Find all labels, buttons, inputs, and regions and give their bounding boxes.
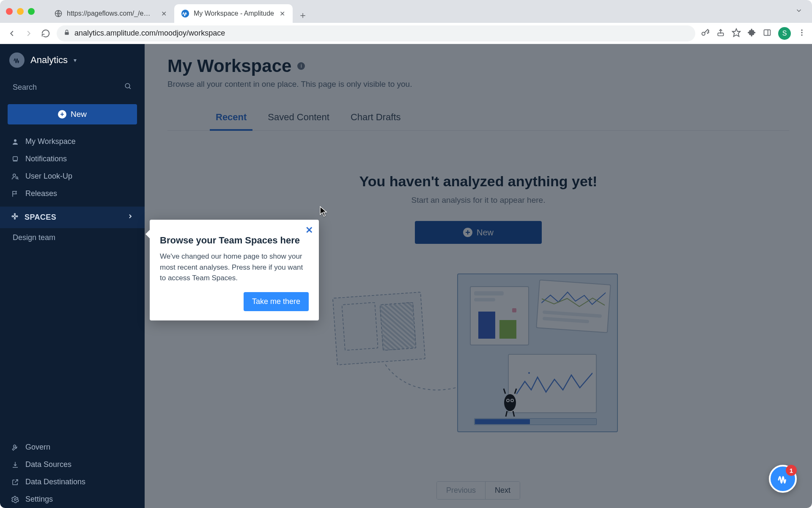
- window-minimize-button[interactable]: [17, 8, 24, 15]
- svg-point-27: [528, 372, 530, 374]
- tab-recent[interactable]: Recent: [214, 106, 248, 130]
- url-text: analytics.amplitude.com/moodjoy/workspac…: [74, 29, 225, 38]
- amplitude-favicon-icon: [181, 9, 189, 18]
- tab-overflow-button[interactable]: [792, 7, 806, 17]
- popover-body: We've changed our home page to show your…: [160, 251, 309, 284]
- spaces-icon: [11, 213, 19, 222]
- svg-rect-6: [764, 30, 771, 35]
- svg-point-28: [504, 394, 516, 411]
- sidebar-item-data-sources[interactable]: Data Sources: [0, 456, 145, 473]
- search-input[interactable]: [13, 83, 108, 92]
- sidebar-space-item[interactable]: Design team: [0, 228, 145, 247]
- popover-title: Browse your Team Spaces here: [160, 235, 309, 246]
- profile-avatar[interactable]: S: [778, 27, 791, 40]
- sidebar-section-spaces[interactable]: SPACES: [0, 207, 145, 228]
- sidebar-item-my-workspace[interactable]: My Workspace: [0, 133, 145, 150]
- chevron-down-icon: ▾: [74, 57, 77, 64]
- svg-line-18: [17, 178, 18, 179]
- browser-tab-0[interactable]: https://pageflows.com/_/emails ✕: [47, 4, 174, 23]
- amplitude-logo-icon: [9, 52, 25, 68]
- empty-new-button[interactable]: + New: [415, 221, 542, 244]
- user-icon: [11, 138, 19, 146]
- new-tab-button[interactable]: ＋: [295, 8, 310, 23]
- popover-close-button[interactable]: ✕: [305, 225, 313, 236]
- info-icon[interactable]: i: [297, 62, 305, 70]
- sidebar-item-notifications[interactable]: Notifications: [0, 150, 145, 168]
- empty-state-illustration: [330, 265, 626, 426]
- sidebar-item-label: User Look-Up: [25, 172, 72, 181]
- browser-titlebar: https://pageflows.com/_/emails ✕ My Work…: [0, 0, 812, 23]
- tab-saved-content[interactable]: Saved Content: [266, 106, 331, 130]
- pager-prev-button[interactable]: Previous: [437, 482, 485, 499]
- browser-tab-title: My Workspace - Amplitude: [194, 10, 274, 17]
- sidebar-new-button[interactable]: + New: [8, 104, 137, 124]
- pager-prev-label: Previous: [446, 486, 476, 494]
- svg-point-25: [14, 498, 16, 500]
- address-bar[interactable]: analytics.amplitude.com/moodjoy/workspac…: [57, 25, 695, 41]
- sidebar-item-label: Releases: [25, 189, 57, 198]
- pager-next-label: Next: [495, 486, 510, 494]
- fab-badge-count: 1: [790, 467, 793, 474]
- sidebar-item-data-destinations[interactable]: Data Destinations: [0, 473, 145, 491]
- toolbar-right: S: [700, 27, 806, 40]
- empty-cta-label: New: [477, 228, 494, 237]
- reload-button[interactable]: [40, 28, 52, 39]
- browser-tab-1[interactable]: My Workspace - Amplitude ✕: [174, 4, 293, 23]
- tab-chart-drafts[interactable]: Chart Drafts: [349, 106, 403, 130]
- product-switcher[interactable]: Analytics ▾: [0, 44, 145, 74]
- gear-icon: [11, 496, 19, 503]
- sidebar-space-label: Design team: [13, 233, 55, 242]
- svg-point-11: [125, 83, 130, 88]
- svg-point-21: [16, 216, 18, 217]
- svg-point-31: [507, 400, 509, 401]
- tab-label: Chart Drafts: [351, 112, 401, 122]
- product-name: Analytics: [30, 55, 68, 66]
- sidebar-item-label: Data Sources: [25, 460, 71, 469]
- sidebar-item-label: Notifications: [25, 155, 67, 163]
- svg-point-23: [14, 218, 16, 219]
- popover-cta-label: Take me there: [252, 297, 300, 306]
- download-icon: [11, 461, 19, 469]
- window-zoom-button[interactable]: [28, 8, 35, 15]
- search-icon: [124, 83, 132, 92]
- sidebar-search[interactable]: [8, 78, 137, 97]
- sidebar-item-settings[interactable]: Settings: [0, 491, 145, 508]
- forward-button[interactable]: [23, 28, 35, 39]
- svg-line-12: [129, 87, 131, 89]
- browser-toolbar: analytics.amplitude.com/moodjoy/workspac…: [0, 23, 812, 44]
- svg-point-20: [12, 216, 13, 217]
- globe-icon: [54, 9, 63, 18]
- sidebar-item-govern[interactable]: Govern: [0, 439, 145, 456]
- star-icon[interactable]: [732, 28, 741, 39]
- menu-icon[interactable]: [798, 28, 806, 39]
- content-tabs: Recent Saved Content Chart Drafts: [167, 106, 789, 131]
- svg-point-19: [14, 215, 16, 218]
- svg-point-13: [14, 139, 16, 142]
- extensions-icon[interactable]: [748, 28, 756, 39]
- share-icon[interactable]: [716, 28, 725, 39]
- svg-rect-14: [13, 157, 18, 160]
- pager: Previous Next: [436, 481, 520, 500]
- sidebar-item-releases[interactable]: Releases: [0, 185, 145, 202]
- tab-label: Recent: [216, 112, 247, 122]
- close-icon[interactable]: ✕: [278, 10, 286, 17]
- sidebar-section-label: SPACES: [25, 213, 56, 222]
- plus-circle-icon: +: [58, 110, 66, 119]
- close-icon[interactable]: ✕: [160, 10, 167, 17]
- key-icon[interactable]: [700, 28, 710, 39]
- new-label: New: [71, 110, 87, 119]
- sidepanel-icon[interactable]: [763, 28, 771, 39]
- sidebar-item-user-lookup[interactable]: User Look-Up: [0, 168, 145, 185]
- user-search-icon: [11, 173, 19, 180]
- help-fab[interactable]: 1: [769, 465, 797, 493]
- sidebar-footer: Govern Data Sources Data Destinations Se…: [0, 439, 145, 508]
- svg-rect-2: [65, 32, 69, 35]
- popover-cta-button[interactable]: Take me there: [244, 292, 309, 311]
- pager-next-button[interactable]: Next: [485, 482, 520, 499]
- chevron-right-icon: [127, 213, 134, 222]
- external-link-icon: [11, 478, 19, 486]
- empty-state-subtext: Start an analysis for it to appear here.: [167, 196, 789, 205]
- window-close-button[interactable]: [6, 8, 13, 15]
- back-button[interactable]: [6, 28, 18, 39]
- wrench-icon: [11, 444, 19, 451]
